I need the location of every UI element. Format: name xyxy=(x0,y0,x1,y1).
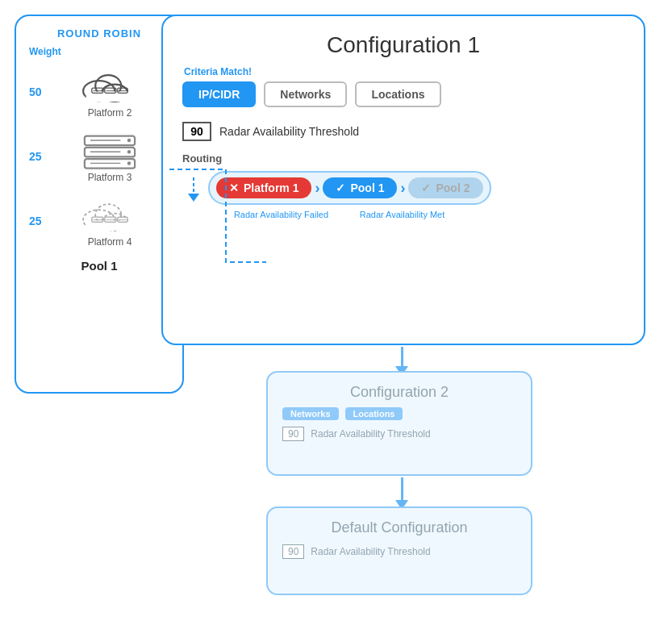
main-container: ROUND ROBIN Weight 50 Pla xyxy=(0,0,672,621)
default-threshold-label: Radar Availability Threshold xyxy=(311,546,430,557)
config2-box: Configuration 2 Networks Locations 90 Ra… xyxy=(266,371,532,476)
platform-name-4: Platform 4 xyxy=(88,236,132,248)
routing-row: ✕ Platform 1 › ✓ Pool 1 › ✓ Pool 2 xyxy=(208,171,491,205)
weight-label: Weight xyxy=(29,46,173,57)
svg-point-13 xyxy=(127,139,131,142)
config2-tags: Networks Locations xyxy=(282,407,516,420)
routing-arrow-1: › xyxy=(315,180,319,197)
routing-arrow-2: › xyxy=(400,180,405,197)
routing-pool2-label: Pool 2 xyxy=(436,181,470,194)
platform-weight-4: 25 xyxy=(29,215,50,227)
platform-icon-group-4: Platform 4 xyxy=(50,194,169,248)
met-icon: ✓ xyxy=(336,181,345,194)
criteria-btn-networks[interactable]: Networks xyxy=(264,81,347,107)
config2-threshold-row: 90 Radar Availability Threshold xyxy=(282,427,516,441)
cloud-icon-solid xyxy=(77,65,142,106)
default-config-title: Default Configuration xyxy=(282,519,516,536)
routing-item-pool1: ✓ Pool 1 xyxy=(323,177,397,198)
fail-icon: ✕ xyxy=(229,181,239,194)
criteria-btn-locations[interactable]: Locations xyxy=(355,81,440,107)
sublabel-fail: Radar Availability Failed xyxy=(215,210,348,219)
svg-point-14 xyxy=(127,150,131,153)
default-config-box: Default Configuration 90 Radar Availabil… xyxy=(266,506,532,595)
config2-threshold-value: 90 xyxy=(282,427,304,441)
default-threshold-row: 90 Radar Availability Threshold xyxy=(282,544,516,559)
config1-threshold-label: Radar Availability Threshold xyxy=(219,125,359,138)
platform-icon-group-3: Platform 3 xyxy=(50,130,169,183)
config1-title: Configuration 1 xyxy=(182,32,624,58)
platform-icon-group-2: Platform 2 xyxy=(50,65,169,119)
pool-panel: ROUND ROBIN Weight 50 Pla xyxy=(15,15,184,394)
platform-weight-2: 50 xyxy=(29,85,50,98)
pool-label: Pool 1 xyxy=(26,259,173,273)
criteria-btn-ipcidr[interactable]: IP/CIDR xyxy=(182,81,256,107)
arrow-line-2 xyxy=(401,477,403,500)
platform-name-2: Platform 2 xyxy=(88,107,132,119)
platform-item-4: 25 Platform 4 xyxy=(26,190,173,252)
arrow-config2-default xyxy=(395,477,408,510)
routing-pool1-label: Pool 1 xyxy=(350,181,384,194)
platform-name-3: Platform 3 xyxy=(88,172,132,183)
platform-item-3: 25 Platform 3 xyxy=(26,125,173,188)
cloud-icon-dashed xyxy=(77,194,142,235)
routing-item-platform1: ✕ Platform 1 xyxy=(216,177,311,198)
svg-point-15 xyxy=(127,161,131,165)
criteria-buttons: IP/CIDR Networks Locations xyxy=(182,81,624,107)
sublabel-met: Radar Availability Met xyxy=(348,210,457,219)
svg-marker-30 xyxy=(188,194,199,202)
platform-item-2: 50 Platform 2 xyxy=(26,60,173,123)
routing-dashed-arrow xyxy=(182,176,205,202)
criteria-match-label: Criteria Match! xyxy=(184,66,624,77)
routing-platform1-label: Platform 1 xyxy=(244,181,298,194)
config2-threshold-label: Radar Availability Threshold xyxy=(311,428,430,440)
config2-tag-networks: Networks xyxy=(282,407,339,420)
routing-section: ✕ Platform 1 › ✓ Pool 1 › ✓ Pool 2 xyxy=(208,171,491,219)
round-robin-label: ROUND ROBIN xyxy=(26,27,173,40)
default-threshold-value: 90 xyxy=(282,544,304,559)
config1-threshold-row: 90 Radar Availability Threshold xyxy=(182,122,624,141)
routing-item-pool2: ✓ Pool 2 xyxy=(408,177,482,198)
routing-sublabels: Radar Availability Failed Radar Availabi… xyxy=(208,210,491,219)
config1-box: Configuration 1 Criteria Match! IP/CIDR … xyxy=(161,15,645,345)
routing-label: Routing xyxy=(182,152,624,165)
config1-threshold-value: 90 xyxy=(182,122,211,141)
inactive-icon: ✓ xyxy=(421,181,431,194)
arrow-line-1 xyxy=(401,347,403,366)
server-icon-3 xyxy=(77,130,142,170)
config2-title: Configuration 2 xyxy=(282,384,516,401)
platform-weight-3: 25 xyxy=(29,150,50,163)
config2-tag-locations: Locations xyxy=(345,407,403,420)
